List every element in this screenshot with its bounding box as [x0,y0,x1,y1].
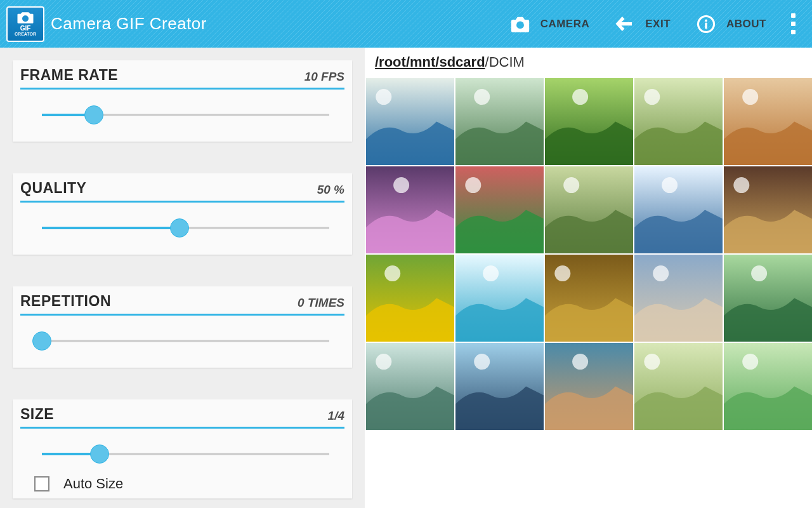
svg-point-14 [742,89,758,105]
camera-icon [509,13,532,36]
svg-rect-4 [705,22,707,29]
auto-size-checkbox[interactable] [34,476,49,491]
repetition-slider[interactable] [42,333,329,349]
thumbnail-grid [365,78,812,508]
quality-slider[interactable] [42,220,329,236]
repetition-card: REPETITION 0 TIMES [13,286,352,368]
svg-point-38 [474,354,490,370]
svg-point-8 [474,89,490,105]
repetition-title: REPETITION [20,293,111,310]
thumbnail-big-waterfall[interactable] [366,343,454,430]
thumbnail-cliff-kayaks[interactable] [366,78,454,165]
thumbnail-heart-cloud-forest[interactable] [724,255,812,342]
thumbnail-waterfall-stream[interactable] [455,78,544,165]
size-slider[interactable] [42,446,329,462]
svg-point-6 [376,89,391,105]
quality-card: QUALITY 50 % [13,173,352,255]
thumbnail-bonsai-island[interactable] [455,343,544,430]
settings-panel: FRAME RATE 10 FPS QUALITY 50 % [0,48,365,508]
svg-point-34 [751,265,767,281]
thumbnail-gardener-man[interactable] [634,343,723,430]
back-arrow-icon [613,13,636,36]
info-icon [695,13,717,36]
svg-point-10 [572,89,588,105]
svg-point-32 [653,265,669,281]
app-icon-label: GIF [20,25,31,32]
app-icon: GIF CREATOR [6,6,44,42]
thumbnail-succulent-closeup[interactable] [724,343,812,430]
quality-value: 50 % [317,183,344,197]
framerate-card: FRAME RATE 10 FPS [13,60,352,142]
thumbnail-autumn-forest[interactable] [545,255,633,342]
svg-point-44 [742,354,758,370]
quality-title: QUALITY [20,180,86,197]
framerate-value: 10 FPS [304,70,344,84]
action-bar: GIF CREATOR Camera GIF Creator CAMERA EX… [0,0,812,48]
camera-label: CAMERA [540,18,590,30]
svg-point-24 [733,177,749,193]
thumbnail-park-statue[interactable] [545,166,633,253]
framerate-title: FRAME RATE [20,67,118,84]
thumbnail-tropical-island[interactable] [455,255,544,342]
thumbnail-formal-garden[interactable] [455,166,544,253]
svg-point-18 [465,177,481,193]
svg-point-20 [563,177,579,193]
overflow-menu-button[interactable] [782,13,804,34]
thumbnail-beach-cove[interactable] [545,343,633,430]
thumbnail-green-leaves[interactable] [545,78,633,165]
auto-size-label: Auto Size [63,476,123,492]
breadcrumb: /root/mnt/sdcard/DCIM [365,48,812,78]
framerate-slider[interactable] [42,107,329,123]
thumbnail-valley-sunset[interactable] [724,166,812,253]
exit-label: EXIT [645,18,671,30]
repetition-value: 0 TIMES [298,296,344,310]
size-value: 1/4 [328,409,344,423]
about-label: ABOUT [726,18,766,30]
thumbnail-laughing-child[interactable] [634,255,723,342]
thumbnail-canyon-river[interactable] [724,78,812,165]
svg-point-16 [393,177,409,193]
app-icon-sublabel: CREATOR [15,32,36,36]
thumbnail-pink-sunset-tree[interactable] [366,166,454,253]
svg-point-42 [644,354,660,370]
thumbnail-sunflower-field[interactable] [366,255,454,342]
size-title: SIZE [20,406,54,423]
breadcrumb-tail: /DCIM [485,54,525,70]
app-title: Camera GIF Creator [51,14,207,34]
svg-point-12 [644,89,660,105]
thumbnail-cycling-path[interactable] [634,78,723,165]
camera-button[interactable]: CAMERA [500,13,599,36]
svg-point-1 [516,21,524,29]
svg-point-40 [572,354,588,370]
exit-button[interactable]: EXIT [605,13,679,36]
size-card: SIZE 1/4 Auto Size [13,399,352,498]
about-button[interactable]: ABOUT [686,13,775,36]
svg-point-3 [705,19,707,22]
camera-small-icon [15,11,36,24]
svg-point-22 [662,177,678,193]
svg-point-36 [376,354,391,370]
svg-point-0 [22,15,29,22]
svg-point-30 [554,265,570,281]
file-browser-panel: /root/mnt/sdcard/DCIM [365,48,812,508]
svg-point-26 [384,265,400,281]
breadcrumb-link[interactable]: /root/mnt/sdcard [375,54,485,70]
svg-point-28 [483,265,499,281]
thumbnail-mountain-lake[interactable] [634,166,723,253]
